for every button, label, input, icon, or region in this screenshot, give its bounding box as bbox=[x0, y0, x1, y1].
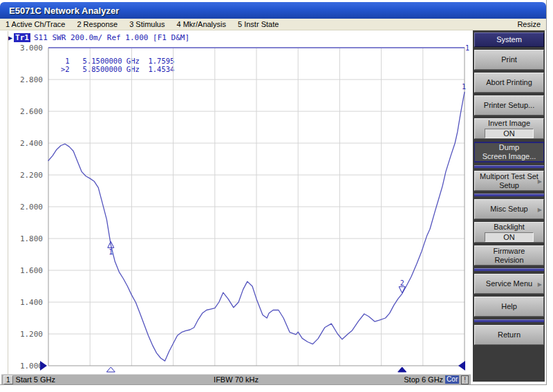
ifbw-label: IFBW 70 kHz bbox=[1, 375, 471, 384]
menu-item-1[interactable]: 1 Active Ch/Trace bbox=[6, 20, 65, 28]
start-frequency-label: Start 5 GHz bbox=[16, 375, 55, 384]
softkey-system[interactable]: System bbox=[474, 32, 544, 47]
softkey-label: Revision bbox=[494, 256, 523, 265]
softkey-print[interactable]: Print bbox=[474, 50, 544, 70]
softkey-sidebar: SystemPrintAbort PrintingPrinter Setup..… bbox=[473, 30, 545, 382]
marker-2-stimulus-indicator[interactable] bbox=[398, 367, 406, 372]
alert-indicator: ! bbox=[461, 375, 469, 384]
softkey-misc-setup[interactable]: Misc Setup▶ bbox=[474, 199, 544, 219]
softkey-abort-printing[interactable]: Abort Printing bbox=[474, 73, 544, 93]
softkey-label: System bbox=[496, 35, 522, 44]
softkey-label: Screen Image... bbox=[482, 152, 536, 161]
marker-1-stimulus-indicator[interactable] bbox=[106, 367, 115, 372]
app-window: E5071C Network Analyzer 1 Active Ch/Trac… bbox=[0, 0, 547, 385]
scale-top-label: 1 bbox=[465, 44, 469, 52]
menu-item-5[interactable]: 5 Instr State bbox=[238, 20, 279, 28]
softkey-label: Misc Setup bbox=[490, 205, 527, 214]
submenu-arrow-icon: ▶ bbox=[538, 279, 542, 288]
softkey-label: Invert Image bbox=[488, 119, 530, 128]
softkey-firmware-revision[interactable]: FirmwareRevision bbox=[474, 245, 544, 265]
title-bar[interactable]: E5071C Network Analyzer bbox=[0, 2, 546, 19]
menu-bar: 1 Active Ch/Trace2 Response3 Stimulus4 M… bbox=[0, 19, 546, 30]
softkey-invert-image[interactable]: Invert ImageON bbox=[474, 118, 544, 139]
softkey-help[interactable]: Help bbox=[474, 297, 544, 317]
softkey-label: Abort Printing bbox=[486, 78, 532, 87]
softkey-label: Setup bbox=[499, 181, 519, 190]
softkey-return[interactable]: Return bbox=[474, 325, 544, 345]
softkey-label: Dump bbox=[499, 143, 519, 152]
softkey-label: Printer Setup... bbox=[484, 101, 534, 110]
softkey-dump-screen-image[interactable]: DumpScreen Image... bbox=[474, 142, 544, 162]
graticule-svg: 1112 bbox=[1, 31, 473, 374]
marker-1-number: 1 bbox=[109, 248, 113, 256]
menu-items-container: 1 Active Ch/Trace2 Response3 Stimulus4 M… bbox=[6, 20, 290, 28]
softkey-toggle-state: ON bbox=[485, 232, 534, 242]
softkey-label: Backlight bbox=[494, 223, 525, 232]
softkey-label: Return bbox=[498, 330, 521, 339]
reference-level-indicator-left[interactable] bbox=[40, 361, 47, 371]
reference-level-indicator-right[interactable] bbox=[458, 361, 465, 371]
softkey-service-menu[interactable]: Service Menu▶ bbox=[474, 274, 544, 294]
softkey-toggle-state: ON bbox=[485, 129, 534, 138]
menu-item-2[interactable]: 2 Response bbox=[77, 20, 118, 28]
softkey-multiport-test-set-setup[interactable]: Multiport Test SetSetup▶ bbox=[474, 171, 544, 191]
softkey-printer-setup[interactable]: Printer Setup... bbox=[474, 95, 544, 115]
softkey-group-separator bbox=[474, 268, 544, 271]
channel-number-box[interactable]: 1 bbox=[3, 375, 13, 384]
softkey-label: Service Menu bbox=[486, 279, 532, 288]
marker-2-number: 2 bbox=[400, 279, 404, 287]
stop-frequency-label: Stop 6 GHz bbox=[404, 375, 443, 384]
softkey-label: Help bbox=[501, 302, 517, 311]
softkey-backlight[interactable]: BacklightON bbox=[474, 222, 544, 243]
menu-item-3[interactable]: 3 Stimulus bbox=[129, 20, 165, 28]
instrument-screen: ▶ Tr1 S11 SWR 200.0m/ Ref 1.000 [F1 D&M]… bbox=[1, 31, 473, 374]
submenu-arrow-icon: ▶ bbox=[538, 176, 542, 185]
softkey-group-separator bbox=[474, 319, 544, 322]
softkey-group-separator bbox=[474, 194, 544, 196]
submenu-arrow-icon: ▶ bbox=[538, 205, 542, 214]
resize-button[interactable]: Resize bbox=[517, 20, 541, 28]
softkey-group-separator bbox=[474, 165, 544, 168]
status-bar: 1 Start 5 GHz IFBW 70 kHz Stop 6 GHz Cor… bbox=[1, 374, 471, 384]
softkey-label: Firmware bbox=[494, 247, 525, 256]
window-title: E5071C Network Analyzer bbox=[9, 6, 119, 16]
softkey-label: Multiport Test Set bbox=[480, 172, 538, 181]
trace-end-label: 1 bbox=[462, 83, 466, 91]
correction-status-badge: Cor bbox=[445, 375, 459, 384]
softkey-label: Print bbox=[501, 55, 517, 64]
menu-item-4[interactable]: 4 Mkr/Analysis bbox=[176, 20, 226, 28]
